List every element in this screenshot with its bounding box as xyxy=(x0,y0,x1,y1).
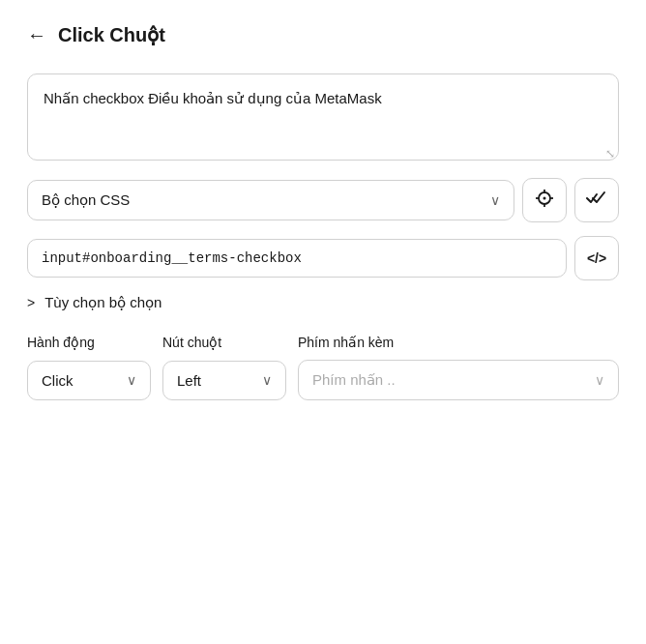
double-check-button[interactable] xyxy=(574,178,619,222)
action-chevron-icon: ∨ xyxy=(127,372,136,388)
target-icon-button[interactable] xyxy=(522,178,567,222)
double-check-icon xyxy=(586,190,607,211)
mouse-button-dropdown[interactable]: Left ∨ xyxy=(162,361,286,400)
back-button[interactable]: ← xyxy=(27,24,46,46)
action-dropdowns: Click ∨ Left ∨ Phím nhấn .. ∨ xyxy=(27,360,619,400)
action-type-value: Click xyxy=(42,372,73,389)
modifier-chevron-icon: ∨ xyxy=(595,372,604,388)
mouse-button-chevron-icon: ∨ xyxy=(262,372,272,388)
modifier-key-placeholder: Phím nhấn .. xyxy=(312,371,396,389)
modifier-label: Phím nhấn kèm xyxy=(298,335,619,350)
action-label: Hành động xyxy=(27,335,162,350)
action-section: Hành động Nút chuột Phím nhấn kèm Click … xyxy=(27,335,619,400)
css-value-row: </> xyxy=(27,236,619,280)
description-section: ⤡ xyxy=(27,73,619,164)
code-icon: </> xyxy=(587,250,606,266)
header: ← Click Chuột xyxy=(27,23,619,46)
page-title: Click Chuột xyxy=(58,23,165,46)
selector-row: Bộ chọn CSS ∨ xyxy=(27,178,619,222)
modifier-key-dropdown[interactable]: Phím nhấn .. ∨ xyxy=(298,360,619,400)
action-labels: Hành động Nút chuột Phím nhấn kèm xyxy=(27,335,619,350)
expand-label: Tùy chọn bộ chọn xyxy=(44,294,162,311)
svg-point-5 xyxy=(543,196,546,199)
expand-row[interactable]: > Tùy chọn bộ chọn xyxy=(27,294,619,311)
css-selector-label: Bộ chọn CSS xyxy=(42,191,130,209)
css-selector-dropdown[interactable]: Bộ chọn CSS ∨ xyxy=(27,180,514,220)
css-value-input[interactable] xyxy=(27,239,567,278)
description-textarea[interactable] xyxy=(27,73,619,161)
button-label: Nút chuột xyxy=(162,335,298,350)
code-button[interactable]: </> xyxy=(574,236,619,280)
mouse-button-value: Left xyxy=(177,372,201,389)
crosshair-icon xyxy=(535,189,554,213)
action-type-dropdown[interactable]: Click ∨ xyxy=(27,361,151,400)
chevron-down-icon: ∨ xyxy=(490,192,500,208)
expand-chevron-icon: > xyxy=(27,295,35,310)
